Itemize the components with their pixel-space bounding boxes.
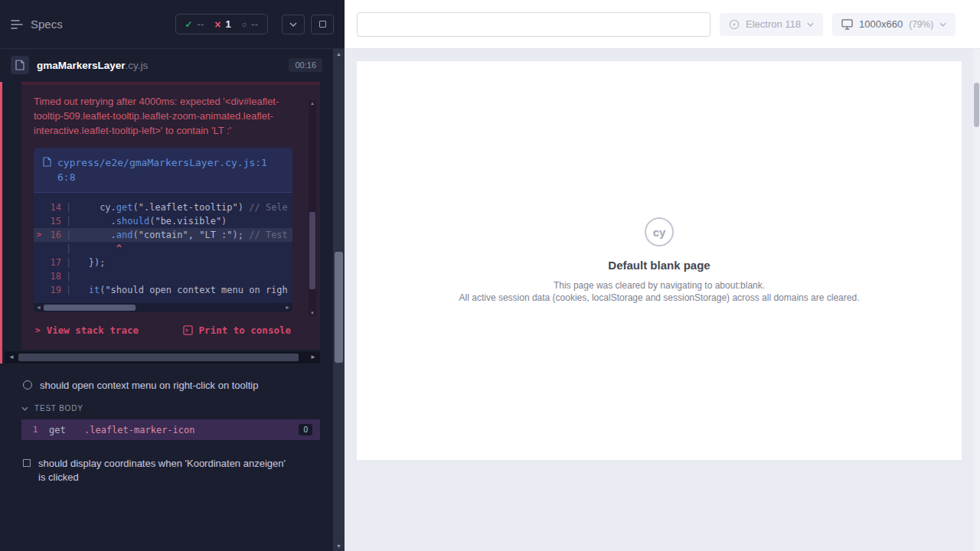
check-icon: ✓ <box>185 19 193 30</box>
code-frame: cypress/e2e/gmaMarkersLayer.cy.js:16:8 1… <box>34 148 292 312</box>
scroll-right-icon[interactable]: ► <box>310 354 316 360</box>
code-snippet: 14| cy.get(".leaflet-tooltip") // Sele 1… <box>34 193 292 300</box>
blank-page-title: Default blank page <box>357 259 962 272</box>
error-message: Timed out retrying after 4000ms: expecte… <box>34 94 286 138</box>
blank-page-line1: This page was cleared by navigating to a… <box>357 279 962 292</box>
spec-file-icon <box>11 56 29 74</box>
scrollbar-thumb[interactable] <box>974 83 979 127</box>
spec-duration: 00:16 <box>289 58 322 72</box>
aut-iframe: cy Default blank page This page was clea… <box>357 61 962 460</box>
cypress-logo: cy <box>645 217 674 246</box>
error-vertical-scrollbar[interactable]: ▲ ▼ <box>309 100 316 316</box>
print-to-console-button[interactable]: Print to console <box>183 324 291 336</box>
scrollbar-thumb[interactable] <box>18 354 299 361</box>
scroll-left-icon[interactable]: ◄ <box>8 354 15 360</box>
reporter-panel: Specs ✓-- ×1 ○-- gmaMarkersLayer.cy.js 0… <box>0 0 345 551</box>
scrollbar-thumb[interactable] <box>309 212 315 289</box>
x-icon: × <box>214 21 220 28</box>
console-icon <box>183 325 193 335</box>
stage-area: cy Default blank page This page was clea… <box>345 49 980 551</box>
pending-circle-icon: ○ <box>242 20 247 29</box>
running-test-icon <box>23 380 32 390</box>
chevron-down-icon <box>807 22 814 27</box>
specs-menu-icon[interactable] <box>11 19 23 30</box>
scrollbar-thumb[interactable] <box>44 305 136 311</box>
test-stats: ✓-- ×1 ○-- <box>175 14 268 34</box>
monitor-icon <box>841 19 853 30</box>
code-frame-file-link[interactable]: cypress/e2e/gmaMarkersLayer.cy.js:16:8 <box>34 148 292 193</box>
chevron-down-icon <box>939 22 946 27</box>
command-number: 1 <box>21 425 49 435</box>
test-body-toggle[interactable]: TEST BODY <box>0 399 333 417</box>
command-method: get <box>49 425 84 435</box>
reporter-header: Specs ✓-- ×1 ○-- <box>0 0 345 49</box>
browser-label: Electron 118 <box>746 18 801 30</box>
viewport-size: 1000x660 <box>859 18 903 30</box>
command-count-badge: 0 <box>299 424 312 435</box>
scroll-left-icon[interactable]: ◄ <box>36 304 41 311</box>
stop-icon <box>319 21 326 28</box>
test-item-running[interactable]: should open context menu on right-click … <box>0 371 333 399</box>
failed-test-attempt: Timed out retrying after 4000ms: expecte… <box>0 82 333 364</box>
scroll-up-icon[interactable]: ▲ <box>336 51 341 57</box>
electron-icon <box>729 19 740 30</box>
viewport-selector[interactable]: 1000x660 (79%) <box>832 13 956 36</box>
stop-button[interactable] <box>311 15 334 34</box>
error-panel: Timed out retrying after 4000ms: expecte… <box>21 82 320 350</box>
blank-page-message: cy Default blank page This page was clea… <box>357 61 962 304</box>
stat-passed: ✓-- <box>185 18 204 30</box>
url-input[interactable] <box>357 12 710 37</box>
scroll-down-icon[interactable]: ▼ <box>336 543 341 549</box>
browser-selector[interactable]: Electron 118 <box>720 13 823 36</box>
spec-name: gmaMarkersLayer.cy.js <box>37 60 281 71</box>
stat-pending: ○-- <box>242 18 258 30</box>
runner-panel: Electron 118 1000x660 (79%) cy Default b… <box>345 0 980 551</box>
scroll-up-icon[interactable]: ▲ <box>310 100 315 106</box>
reporter-vertical-scrollbar[interactable]: ▲ ▼ <box>333 49 345 551</box>
viewport-scale: (79%) <box>909 19 933 30</box>
command-message: .leaflet-marker-icon <box>84 425 299 435</box>
page-scrollbar[interactable] <box>973 49 980 551</box>
file-icon <box>43 157 51 167</box>
chevron-down-icon <box>21 406 28 411</box>
code-horizontal-scrollbar[interactable]: ◄ ► <box>34 303 292 312</box>
collapse-all-button[interactable] <box>282 15 305 34</box>
scroll-right-icon[interactable]: ► <box>285 304 290 311</box>
command-log-entry[interactable]: 1 get .leaflet-marker-icon 0 <box>21 419 320 440</box>
scroll-down-icon[interactable]: ▼ <box>310 310 315 316</box>
view-stack-trace-button[interactable]: > View stack trace <box>35 324 139 336</box>
error-actions: > View stack trace Print to console <box>34 312 308 342</box>
chevron-right-icon: > <box>35 325 41 335</box>
stat-failed: ×1 <box>214 18 230 30</box>
test-item-pending[interactable]: should display coordinates when 'Koordin… <box>0 449 333 491</box>
blank-page-line2: All active session data (cookies, localS… <box>357 292 962 304</box>
specs-title: Specs <box>31 18 63 31</box>
scrollbar-thumb[interactable] <box>335 252 343 364</box>
reporter-horizontal-scrollbar[interactable]: ◄ ► <box>5 351 320 364</box>
spec-header[interactable]: gmaMarkersLayer.cy.js 00:16 <box>0 49 333 82</box>
runner-header: Electron 118 1000x660 (79%) <box>345 0 980 49</box>
cypress-app: Specs ✓-- ×1 ○-- gmaMarkersLayer.cy.js 0… <box>0 0 980 551</box>
pending-test-icon <box>23 459 31 467</box>
